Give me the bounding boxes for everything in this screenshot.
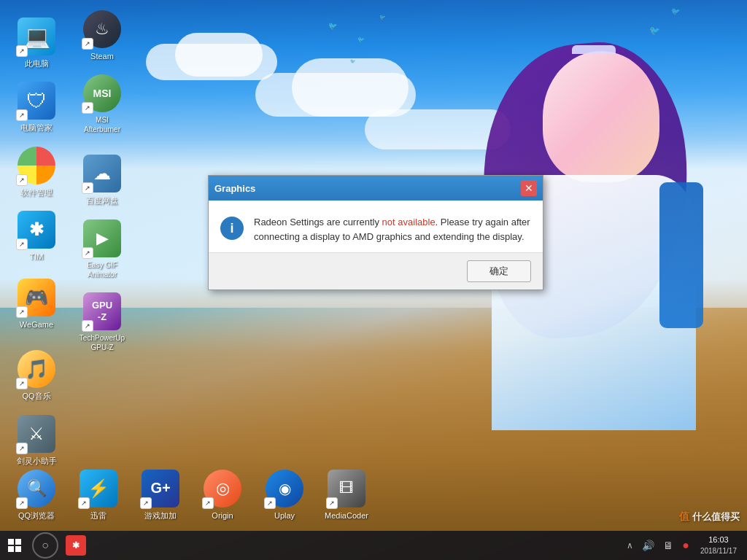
- dialog-ok-button[interactable]: 确定: [467, 260, 531, 282]
- desktop-icon-baidu[interactable]: ☁ ↗ 百度网盘: [73, 152, 131, 209]
- dialog-title: Graphics: [214, 183, 255, 194]
- taskbar: ○ ✱ ∧ 🔊 🖥 ● 16:03 2018/1: [0, 531, 747, 560]
- graphics-dialog: Graphics ✕ i Radeon Settings are current…: [208, 175, 543, 290]
- desktop-icon-origin[interactable]: ◎ ↗ Origin: [193, 467, 252, 524]
- clock-date: 2018/11/17: [700, 546, 737, 556]
- icon-label-jianling: 剑灵小助手: [17, 456, 57, 466]
- system-tray: ∧ 🔊 🖥 ● 16:03 2018/11/17: [624, 534, 747, 556]
- icon-label-easygif: Easy GIFAnimator: [87, 260, 117, 279]
- icon-label-qqbrowser: QQ浏览器: [18, 510, 55, 521]
- desktop-icon-tim[interactable]: ✱ ↗ TIM: [7, 208, 66, 265]
- dialog-titlebar: Graphics ✕: [209, 176, 543, 201]
- desktop-icon-softmgr[interactable]: ↗ 软件管理: [7, 144, 66, 201]
- icon-label-wegame: WeGame: [20, 319, 53, 330]
- dialog-content-area: i Radeon Settings are currently not avai…: [209, 201, 543, 252]
- desktop-icon-steam[interactable]: ♨ ↗ Steam: [73, 7, 131, 64]
- dialog-msg-highlight: not available: [382, 217, 436, 228]
- desktop-icon-pc[interactable]: 💻 ↗ 此电脑: [7, 15, 66, 71]
- desktop-icon-xunlei[interactable]: ⚡ ↗ 迅雷: [69, 467, 128, 524]
- desktop-icon-uplay[interactable]: ◉ ↗ Uplay: [255, 467, 314, 524]
- clock-time: 16:03: [700, 534, 737, 545]
- taskbar-red-badge: ✱: [66, 535, 86, 556]
- desktop-icon-easygif[interactable]: ▶ ↗ Easy GIFAnimator: [73, 217, 131, 282]
- icon-label-tim: TIM: [30, 252, 44, 262]
- desktop-icon-jianling[interactable]: ⚔ ↗ 剑灵小助手: [7, 412, 66, 469]
- icon-label-baidu: 百度网盘: [86, 195, 118, 206]
- svg-rect-0: [8, 539, 14, 545]
- icon-label-origin: Origin: [212, 510, 233, 521]
- desktop-icon-pcguard[interactable]: 🛡 ↗ 电脑管家: [7, 79, 66, 136]
- network-icon[interactable]: 🖥: [661, 538, 676, 553]
- desktop-icon-qqbrowser[interactable]: 🔍 ↗ QQ浏览器: [7, 467, 66, 524]
- icon-label-softmgr: 软件管理: [20, 187, 53, 198]
- taskbar-search-button[interactable]: ○: [32, 532, 58, 559]
- volume-icon[interactable]: 🔊: [640, 538, 657, 553]
- notification-icon[interactable]: ●: [680, 537, 692, 553]
- svg-rect-2: [8, 546, 14, 552]
- icon-label-gamebooster: 游戏加加: [144, 510, 177, 521]
- show-hidden-icon[interactable]: ∧: [624, 539, 635, 552]
- desktop-icon-qqmusic[interactable]: 🎵 ↗ QQ音乐: [7, 347, 66, 404]
- taskbar-icon-red[interactable]: ✱: [61, 531, 90, 560]
- desktop-icon-mediacoder[interactable]: 🎞 ↗ MediaCoder: [317, 467, 376, 524]
- icon-label-pcguard: 电脑管家: [20, 122, 53, 133]
- svg-rect-1: [15, 539, 21, 545]
- dialog-info-icon: i: [220, 217, 244, 240]
- icon-label-techpowerup: TechPowerUpGPU-Z: [80, 333, 125, 352]
- dialog-close-button[interactable]: ✕: [521, 180, 537, 196]
- dialog-msg-part1: Radeon Settings are currently: [254, 217, 382, 228]
- icon-label-qqmusic: QQ音乐: [22, 391, 50, 401]
- icon-label-mediacoder: MediaCoder: [325, 510, 368, 521]
- system-clock[interactable]: 16:03 2018/11/17: [696, 534, 741, 556]
- svg-rect-3: [15, 546, 21, 552]
- watermark-text: 什么值得买: [692, 511, 740, 522]
- bottom-icon-row: 🔍 ↗ QQ浏览器 ⚡ ↗ 迅雷 G+ ↗ 游戏加加 ◎ ↗ Origin: [7, 467, 376, 524]
- icon-label-uplay: Uplay: [274, 510, 295, 521]
- dialog-footer: 确定: [209, 252, 543, 289]
- watermark: 值 什么值得买: [679, 510, 740, 524]
- dialog-message: Radeon Settings are currently not availa…: [254, 215, 531, 244]
- icon-label-xunlei: 迅雷: [90, 510, 107, 521]
- desktop-icon-techpowerup[interactable]: GPU-Z ↗ TechPowerUpGPU-Z: [73, 289, 131, 355]
- icon-label-msi: MSIAfterburner: [84, 115, 120, 134]
- desktop: 🐦 🐦 🐦 🐦 🐦 🐦 💻 ↗ 此电脑 🛡 ↗ 电脑管家 ↗ 软件管理: [0, 0, 747, 560]
- desktop-icon-wegame[interactable]: 🎮 ↗ WeGame: [7, 276, 66, 332]
- taskbar-start-button[interactable]: [0, 531, 29, 560]
- desktop-icon-msi[interactable]: MSI ↗ MSIAfterburner: [73, 71, 131, 137]
- desktop-icon-gamebooster[interactable]: G+ ↗ 游戏加加: [131, 467, 190, 524]
- icon-label-steam: Steam: [90, 51, 114, 61]
- icon-label-pc: 此电脑: [25, 58, 49, 69]
